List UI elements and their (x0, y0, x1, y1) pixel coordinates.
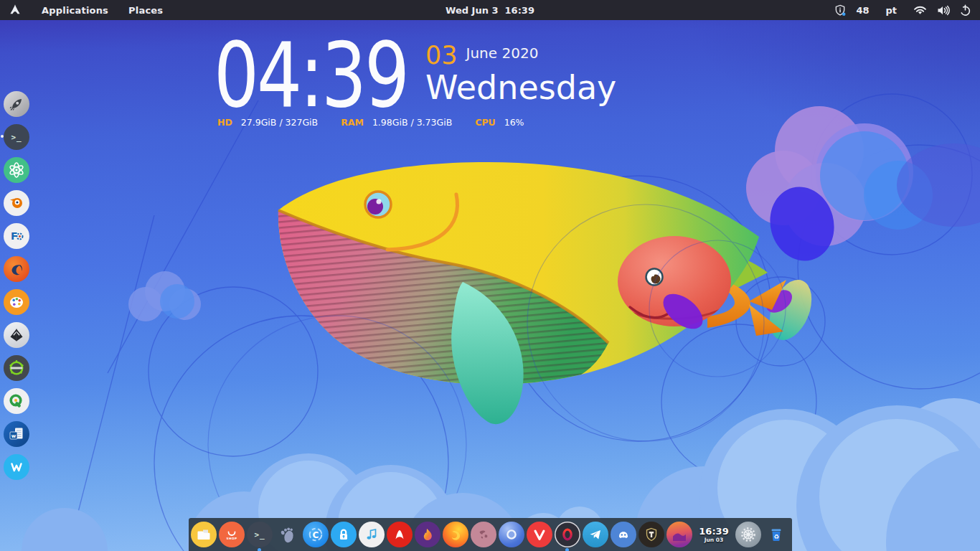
firefox-icon (443, 522, 468, 547)
opera-o-icon (555, 522, 580, 547)
freecad-icon: F (4, 223, 29, 249)
cloud-left-small (128, 271, 201, 321)
svg-text:SHOP: SHOP (226, 537, 237, 540)
dock-item-c-browser[interactable]: C (303, 522, 329, 547)
dock-item-shop[interactable]: SHOP (219, 522, 245, 547)
dock-item-dune-app[interactable] (666, 522, 692, 547)
fox-icon (4, 256, 29, 282)
dock-item-firefox-nightly[interactable] (4, 256, 29, 282)
padlock-icon (331, 522, 357, 547)
flame-icon (415, 522, 440, 547)
desktop-clock-widget: 04:39 03 June 2020 Wednesday HD 27.9GiB … (214, 37, 616, 128)
inkscape-icon (4, 322, 29, 348)
dock-item-world-of-tanks[interactable] (639, 522, 664, 547)
terminal-icon: >_ (247, 522, 273, 547)
left-dock: >_ F (4, 91, 29, 480)
dock-item-music-player[interactable] (359, 522, 385, 547)
terminal-icon: >_ (4, 124, 29, 150)
widget-time: 04:39 (214, 37, 412, 114)
dock-clock[interactable]: 16:39 Jun 03 (694, 527, 733, 543)
widget-weekday: Wednesday (425, 70, 616, 106)
adobe-reader-icon (387, 522, 413, 547)
dock-item-terminal[interactable]: >_ (4, 124, 29, 150)
dock-item-trash[interactable]: ♻ (763, 522, 789, 547)
helm-wheel-icon (735, 522, 761, 547)
bottom-dock: SHOP >_ C (189, 518, 792, 551)
cpu-label: CPU (475, 117, 496, 128)
vivaldi-v-icon (527, 522, 552, 547)
w-letter-icon (4, 454, 29, 480)
music-note-icon (359, 522, 385, 547)
system-tray: 48 pt (834, 0, 971, 20)
svg-text:♻: ♻ (773, 533, 779, 540)
dock-item-krita[interactable] (4, 289, 29, 315)
dock-item-slicer[interactable] (4, 355, 29, 381)
distro-logo-icon[interactable] (9, 4, 22, 17)
running-indicator (258, 548, 261, 551)
top-panel: Applications Places Wed Jun 3 16:39 48 p… (0, 0, 980, 20)
shop-bag-icon: SHOP (219, 522, 245, 547)
c-letter-icon: C (303, 522, 329, 547)
dock-item-atom[interactable] (4, 157, 29, 183)
trash-icon: ♻ (763, 522, 789, 547)
dock-item-word[interactable]: w (4, 421, 29, 447)
running-indicator (1, 135, 4, 138)
krita-palette-icon (4, 289, 29, 315)
dock-item-telegram[interactable] (583, 522, 608, 547)
tanks-shield-icon (639, 522, 664, 547)
running-indicator (565, 548, 569, 551)
dock-item-gnome[interactable] (275, 522, 301, 547)
atom-icon (4, 157, 29, 183)
dock-item-password-manager[interactable] (331, 522, 357, 547)
dock-item-vivaldi[interactable] (527, 522, 552, 547)
dock-item-file-manager[interactable] (191, 522, 217, 547)
dock-item-firefox[interactable] (443, 522, 468, 547)
discord-icon (611, 522, 636, 547)
dock-item-terminal[interactable]: >_ (247, 522, 273, 547)
slicer-ring-icon (4, 355, 29, 381)
cpu-value: 16% (504, 117, 524, 128)
volume-icon[interactable] (936, 5, 950, 16)
svg-text:w: w (11, 433, 17, 439)
dock-item-discord[interactable] (611, 522, 636, 547)
dock-item-qgis[interactable] (4, 388, 29, 414)
globe-icon (471, 522, 496, 547)
dock-item-helm-settings[interactable] (735, 522, 761, 547)
rocket-icon (4, 91, 29, 117)
dock-item-rocket-launcher[interactable] (4, 91, 29, 117)
dock-item-w-app[interactable] (4, 454, 29, 480)
widget-month-year: June 2020 (466, 44, 539, 62)
dock-item-blender[interactable] (4, 190, 29, 216)
gnome-foot-icon (275, 522, 301, 547)
dune-wave-icon (666, 522, 692, 547)
wifi-icon[interactable] (913, 5, 927, 16)
telegram-plane-icon (583, 522, 608, 547)
menu-applications[interactable]: Applications (42, 5, 108, 16)
blender-icon (4, 190, 29, 216)
widget-day-number: 03 (425, 43, 458, 68)
dock-item-chromium[interactable] (499, 522, 524, 547)
dock-item-inkscape[interactable] (4, 322, 29, 348)
power-icon[interactable] (959, 4, 971, 17)
chromium-icon (499, 522, 524, 547)
updates-count[interactable]: 48 (856, 5, 869, 16)
dock-item-opera[interactable] (555, 522, 580, 547)
dock-item-freecad[interactable]: F (4, 223, 29, 249)
dock-item-web-globe[interactable] (471, 522, 496, 547)
folder-icon (191, 522, 217, 547)
svg-text:C: C (313, 530, 319, 540)
menu-places[interactable]: Places (128, 5, 163, 16)
dock-clock-time: 16:39 (694, 527, 733, 536)
keyboard-layout-indicator[interactable]: pt (885, 5, 897, 16)
dock-item-adobe-reader[interactable] (387, 522, 413, 547)
qgis-icon (4, 388, 29, 414)
dock-item-flameshot[interactable] (415, 522, 440, 547)
dock-clock-date: Jun 03 (694, 537, 733, 543)
shield-info-icon[interactable] (834, 4, 847, 17)
word-icon: w (4, 421, 29, 447)
